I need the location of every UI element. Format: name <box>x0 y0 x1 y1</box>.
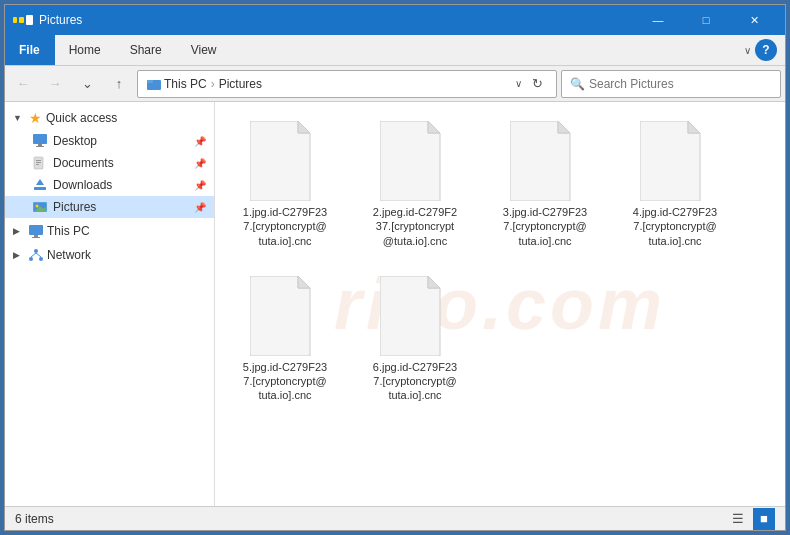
help-button[interactable]: ? <box>755 39 777 61</box>
star-icon: ★ <box>29 110 42 126</box>
pin-icon-dl: 📌 <box>194 180 206 191</box>
list-view-button[interactable]: ☰ <box>727 508 749 530</box>
svg-rect-9 <box>34 187 46 190</box>
address-box[interactable]: This PC › Pictures ∨ ↻ <box>137 70 557 98</box>
svg-marker-34 <box>428 276 440 288</box>
svg-rect-4 <box>36 146 44 147</box>
pin-icon-docs: 📌 <box>194 158 206 169</box>
sidebar-downloads-label: Downloads <box>53 178 112 192</box>
network-header[interactable]: ▶ Network <box>5 244 214 266</box>
file-item-2[interactable]: 2.jpeg.id-C279F237.[cryptoncrypt@tuta.io… <box>355 112 475 257</box>
view-controls: ☰ ■ <box>727 508 775 530</box>
svg-rect-1 <box>147 80 153 83</box>
svg-point-19 <box>29 257 33 261</box>
file-icon-1 <box>250 121 320 201</box>
item-count: 6 items <box>15 512 54 526</box>
status-bar: 6 items ☰ ■ <box>5 506 785 530</box>
address-this-pc: This PC <box>164 77 207 91</box>
refresh-button[interactable]: ↻ <box>526 73 548 95</box>
address-pictures: Pictures <box>219 77 262 91</box>
network-toggle-icon: ▶ <box>13 250 25 260</box>
downloads-icon <box>33 178 47 192</box>
sidebar-item-documents[interactable]: Documents 📌 <box>5 152 214 174</box>
this-pc-section: ▶ This PC <box>5 220 214 242</box>
svg-rect-15 <box>29 225 43 235</box>
file-item-4[interactable]: 4.jpg.id-C279F237.[cryptoncrypt@tuta.io]… <box>615 112 735 257</box>
quick-access-section: ▼ ★ Quick access Desktop 📌 Documents 📌 D… <box>5 106 214 218</box>
address-sep-1: › <box>211 77 215 91</box>
sidebar-item-pictures[interactable]: Pictures 📌 <box>5 196 214 218</box>
main-content: ▼ ★ Quick access Desktop 📌 Documents 📌 D… <box>5 102 785 506</box>
file-item-5[interactable]: 5.jpg.id-C279F237.[cryptoncrypt@tuta.io]… <box>225 267 345 412</box>
address-bar: ← → ⌄ ↑ This PC › Pictures ∨ ↻ 🔍 <box>5 66 785 102</box>
ribbon-tabs: File Home Share View ∨ ? <box>5 35 785 65</box>
svg-point-13 <box>36 205 39 208</box>
close-button[interactable]: ✕ <box>731 5 777 35</box>
svg-marker-10 <box>36 179 44 185</box>
tab-share[interactable]: Share <box>116 35 177 65</box>
sidebar-item-downloads[interactable]: Downloads 📌 <box>5 174 214 196</box>
desktop-icon <box>33 134 47 148</box>
title-bar-icon <box>13 12 33 28</box>
network-icon <box>29 248 43 262</box>
quick-access-label: Quick access <box>46 111 117 125</box>
search-icon: 🔍 <box>570 77 585 91</box>
file-item-3[interactable]: 3.jpg.id-C279F237.[cryptoncrypt@tuta.io]… <box>485 112 605 257</box>
title-bar: Pictures — □ ✕ <box>5 5 785 35</box>
back-button[interactable]: ← <box>9 70 37 98</box>
forward-button[interactable]: → <box>41 70 69 98</box>
svg-rect-17 <box>32 237 40 238</box>
network-label: Network <box>47 248 91 262</box>
ribbon: File Home Share View ∨ ? <box>5 35 785 66</box>
pictures-icon <box>33 200 47 214</box>
search-input[interactable] <box>589 77 772 91</box>
sidebar: ▼ ★ Quick access Desktop 📌 Documents 📌 D… <box>5 102 215 506</box>
file-area: riso.com 1.jpg.id-C279F237.[cryptoncrypt… <box>215 102 785 506</box>
svg-marker-26 <box>428 121 440 133</box>
svg-rect-3 <box>38 144 42 146</box>
quick-access-header[interactable]: ▼ ★ Quick access <box>5 106 214 130</box>
file-icon-4 <box>640 121 710 201</box>
title-bar-controls: — □ ✕ <box>635 5 777 35</box>
file-item-6[interactable]: 6.jpg.id-C279F237.[cryptoncrypt@tuta.io]… <box>355 267 475 412</box>
this-pc-toggle-icon: ▶ <box>13 226 25 236</box>
network-section: ▶ Network <box>5 244 214 266</box>
ribbon-chevron-icon[interactable]: ∨ <box>744 45 751 56</box>
pin-icon-pics: 📌 <box>194 202 206 213</box>
recent-locations-button[interactable]: ⌄ <box>73 70 101 98</box>
address-path: This PC › Pictures <box>146 76 511 92</box>
sidebar-desktop-label: Desktop <box>53 134 97 148</box>
ribbon-help: ∨ ? <box>744 35 785 65</box>
search-box[interactable]: 🔍 <box>561 70 781 98</box>
documents-icon <box>33 156 47 170</box>
svg-rect-7 <box>36 162 41 163</box>
svg-marker-32 <box>298 276 310 288</box>
tab-file[interactable]: File <box>5 35 55 65</box>
address-folder-icon <box>146 76 162 92</box>
file-grid: 1.jpg.id-C279F237.[cryptoncrypt@tuta.io]… <box>225 112 775 412</box>
svg-rect-16 <box>34 235 38 237</box>
svg-rect-2 <box>33 134 47 144</box>
file-name-2: 2.jpeg.id-C279F237.[cryptoncrypt@tuta.io… <box>373 205 457 248</box>
file-name-6: 6.jpg.id-C279F237.[cryptoncrypt@tuta.io]… <box>373 360 457 403</box>
sidebar-item-desktop[interactable]: Desktop 📌 <box>5 130 214 152</box>
up-button[interactable]: ↑ <box>105 70 133 98</box>
address-dropdown-icon[interactable]: ∨ <box>515 78 522 89</box>
minimize-button[interactable]: — <box>635 5 681 35</box>
file-item-1[interactable]: 1.jpg.id-C279F237.[cryptoncrypt@tuta.io]… <box>225 112 345 257</box>
file-name-4: 4.jpg.id-C279F237.[cryptoncrypt@tuta.io]… <box>633 205 717 248</box>
svg-rect-8 <box>36 164 39 165</box>
svg-marker-24 <box>298 121 310 133</box>
this-pc-header[interactable]: ▶ This PC <box>5 220 214 242</box>
svg-rect-6 <box>36 160 41 161</box>
file-name-5: 5.jpg.id-C279F237.[cryptoncrypt@tuta.io]… <box>243 360 327 403</box>
icon-view-button[interactable]: ■ <box>753 508 775 530</box>
file-icon-6 <box>380 276 450 356</box>
tab-view[interactable]: View <box>177 35 232 65</box>
svg-marker-30 <box>688 121 700 133</box>
file-name-3: 3.jpg.id-C279F237.[cryptoncrypt@tuta.io]… <box>503 205 587 248</box>
svg-line-21 <box>31 253 36 257</box>
svg-point-18 <box>34 249 38 253</box>
maximize-button[interactable]: □ <box>683 5 729 35</box>
tab-home[interactable]: Home <box>55 35 116 65</box>
